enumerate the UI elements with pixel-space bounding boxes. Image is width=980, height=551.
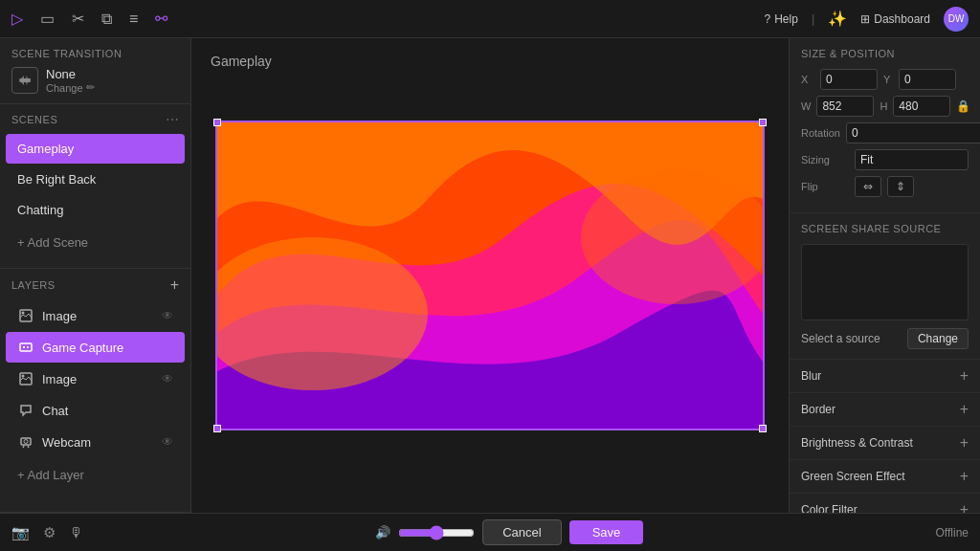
- topbar-tools: ▷ ▭ ✂ ⧉ ≡ ⚯: [11, 10, 167, 28]
- flip-horizontal-button[interactable]: ⇔: [855, 176, 881, 197]
- flip-vertical-button[interactable]: ⇕: [887, 176, 914, 197]
- crop-icon[interactable]: ▭: [40, 10, 55, 28]
- game-capture-icon: [17, 339, 34, 356]
- screen-share-section: Screen Share Source Select a source Chan…: [790, 213, 980, 360]
- cut-icon[interactable]: ✂: [72, 10, 84, 28]
- scene-item-be-right-back[interactable]: Be Right Back: [6, 165, 185, 194]
- resize-handle-tr[interactable]: [759, 119, 767, 126]
- layer-item-webcam[interactable]: Webcam 👁: [6, 427, 185, 457]
- resize-handle-bl[interactable]: [213, 425, 221, 432]
- scenes-section: Scenes ⋯ Gameplay Be Right Back Chatting…: [0, 104, 190, 269]
- scene-item-gameplay[interactable]: Gameplay: [6, 134, 185, 164]
- resize-handle-tl[interactable]: [213, 119, 221, 126]
- bottom-center: 🔊 Cancel Save: [375, 519, 643, 545]
- h-label: H: [880, 100, 887, 112]
- scene-transition-title: Scene Transition: [11, 48, 179, 59]
- canvas-frame[interactable]: [215, 121, 765, 430]
- svg-rect-2: [20, 343, 32, 351]
- add-scene-button[interactable]: + Add Scene: [6, 229, 185, 256]
- copy-icon[interactable]: ⧉: [101, 11, 112, 28]
- scenes-header: Scenes ⋯: [0, 112, 190, 133]
- save-button[interactable]: Save: [569, 520, 644, 544]
- camera-icon[interactable]: 📷: [11, 524, 30, 541]
- lock-icon[interactable]: 🔒: [956, 99, 970, 113]
- scenes-more-icon[interactable]: ⋯: [166, 112, 179, 127]
- change-source-button[interactable]: Change: [907, 328, 969, 349]
- y-label: Y: [883, 74, 893, 85]
- rotation-label: Rotation: [801, 127, 840, 139]
- layer-item-chat[interactable]: Chat: [6, 395, 185, 426]
- volume-icon[interactable]: 🔊: [375, 525, 390, 540]
- topbar: ▷ ▭ ✂ ⧉ ≡ ⚯ ? Help | ✨ ⊞ Dashboard DW: [0, 0, 980, 38]
- visibility-icon-4[interactable]: 👁: [162, 435, 173, 449]
- canvas-area: Gameplay: [191, 38, 789, 513]
- svg-point-7: [24, 440, 28, 444]
- mic-icon[interactable]: 🎙: [69, 524, 83, 540]
- webcam-icon: [17, 433, 34, 451]
- dashboard-label: Dashboard: [874, 12, 930, 26]
- volume-slider[interactable]: [398, 525, 475, 540]
- layer-item-image-1[interactable]: Image 👁: [6, 300, 185, 331]
- layers-section: Layers + Image 👁 Game Capture: [0, 269, 190, 513]
- add-layer-button[interactable]: + Add Layer: [6, 461, 185, 489]
- screen-share-title: Screen Share Source: [801, 223, 969, 234]
- rotation-input[interactable]: [846, 122, 980, 143]
- layer-item-game-capture[interactable]: Game Capture: [6, 332, 185, 363]
- bottom-right: Offline: [936, 526, 969, 540]
- layers-header: Layers +: [0, 276, 190, 299]
- effect-green-screen[interactable]: Green Screen Effect +: [790, 460, 980, 494]
- visibility-icon-2[interactable]: 👁: [162, 372, 173, 386]
- sizing-select[interactable]: Fit Fill Stretch: [855, 149, 969, 170]
- list-icon[interactable]: ≡: [129, 11, 138, 28]
- avatar[interactable]: DW: [944, 7, 969, 32]
- help-label: Help: [774, 12, 798, 26]
- settings-icon[interactable]: ⚙: [43, 524, 56, 541]
- effects-section: Blur + Border + Brightness & Contrast + …: [790, 360, 980, 513]
- dashboard-icon: ⊞: [860, 12, 870, 26]
- scene-item-chatting[interactable]: Chatting: [6, 195, 185, 225]
- transition-icon: [11, 67, 38, 94]
- scenes-title: Scenes: [11, 114, 57, 125]
- plugin-icon[interactable]: ⚯: [155, 10, 167, 28]
- effect-blur[interactable]: Blur +: [790, 360, 980, 393]
- svg-point-5: [22, 375, 25, 378]
- color-filter-add-icon: +: [960, 501, 969, 513]
- magic-icon[interactable]: ✨: [828, 10, 847, 28]
- w-input[interactable]: [816, 96, 874, 117]
- flip-label: Flip: [801, 181, 849, 192]
- xy-row: X Y: [801, 69, 969, 90]
- left-sidebar: Scene Transition None Change ✏: [0, 38, 191, 513]
- resize-handle-br[interactable]: [759, 425, 767, 432]
- size-position-section: Size & Position X Y W H 🔒 Rotation Sizi: [790, 38, 980, 213]
- green-screen-add-icon: +: [960, 468, 969, 485]
- offline-badge: Offline: [936, 526, 969, 540]
- effect-color-filter[interactable]: Color Filter +: [790, 494, 980, 513]
- transition-row: None Change ✏: [11, 67, 179, 94]
- transition-change[interactable]: Change ✏: [46, 81, 179, 94]
- layer-item-image-2[interactable]: Image 👁: [6, 364, 185, 394]
- effect-border[interactable]: Border +: [790, 393, 980, 427]
- svg-point-1: [22, 312, 25, 315]
- flip-buttons: ⇔ ⇕: [855, 176, 914, 197]
- cancel-button[interactable]: Cancel: [482, 519, 561, 545]
- transition-info: None Change ✏: [46, 67, 179, 94]
- y-input[interactable]: [899, 69, 956, 90]
- effect-brightness-contrast[interactable]: Brightness & Contrast +: [790, 427, 980, 460]
- right-panel: Size & Position X Y W H 🔒 Rotation Sizi: [789, 38, 980, 513]
- w-label: W: [801, 100, 811, 112]
- visibility-icon-0[interactable]: 👁: [162, 309, 173, 322]
- play-icon[interactable]: ▷: [11, 10, 23, 28]
- dashboard-button[interactable]: ⊞ Dashboard: [860, 12, 930, 26]
- blur-add-icon: +: [960, 367, 969, 385]
- canvas-preview: [217, 122, 763, 429]
- add-layer-icon[interactable]: +: [170, 276, 179, 294]
- h-input[interactable]: [893, 96, 950, 117]
- layers-title: Layers: [11, 279, 56, 291]
- x-input[interactable]: [820, 69, 878, 90]
- source-row: Select a source Change: [801, 328, 969, 349]
- transition-name: None: [46, 67, 179, 81]
- rotation-row: Rotation: [801, 122, 969, 143]
- chat-icon: [17, 402, 34, 419]
- scene-transition-section: Scene Transition None Change ✏: [0, 38, 190, 104]
- help-button[interactable]: ? Help: [765, 12, 798, 26]
